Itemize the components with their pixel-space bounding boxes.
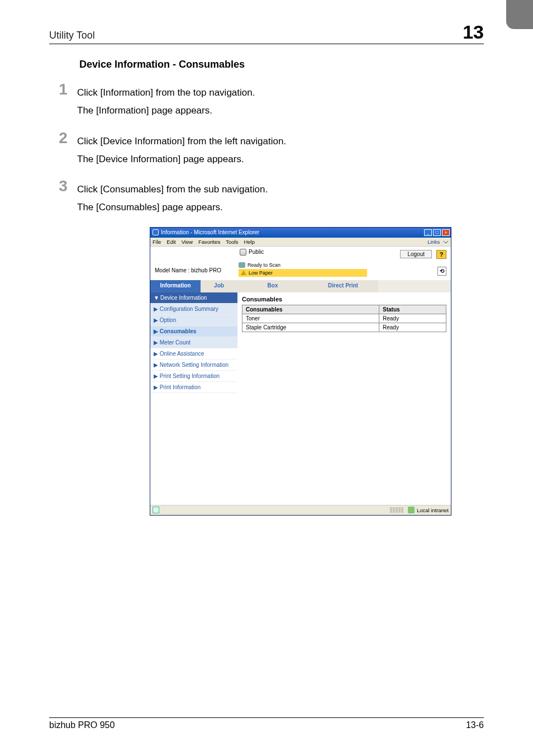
step-1: 1 Click [Information] from the top navig… [49,82,484,120]
screenshot-window: Information - Microsoft Internet Explore… [150,227,451,516]
col-consumables: Consumables [242,305,379,314]
menubar: File Edit View Favorites Tools Help Link… [150,238,451,247]
progress-segments [390,507,403,513]
status-ready: Ready to Scan [239,261,367,269]
status-area: Model Name : bizhub PRO Ready to Scan Lo… [150,261,451,280]
footer-left: bizhub PRO 950 [49,720,115,730]
window-maximize-button[interactable]: □ [433,229,441,236]
main-row: ▼Device Information ▶ Configuration Summ… [150,292,451,505]
tab-information[interactable]: Information [150,280,201,292]
content-pane: Consumables Consumables Status Toner Rea… [237,292,451,505]
page-corner-tab [506,0,533,29]
done-icon [153,507,159,513]
tab-box[interactable]: Box [237,280,308,292]
cell-status: Ready [379,323,446,332]
nav-consumables[interactable]: ▶ Consumables [150,326,237,337]
cell-name: Staple Cartridge [242,323,379,332]
window-close-button[interactable]: × [442,229,450,236]
chapter-number: 13 [463,22,484,41]
nav-print-information[interactable]: ▶ Print Information [150,382,237,393]
links-chevron-icon [443,239,449,245]
tab-bar: Information Job Box Direct Print [150,280,451,292]
user-icon [240,249,246,256]
tab-direct-print[interactable]: Direct Print [308,280,378,292]
table-row: Toner Ready [242,314,446,323]
step-line: The [Consumables] page appears. [77,199,268,216]
links-label[interactable]: Links [427,239,449,245]
nav-device-information[interactable]: ▼Device Information [150,292,237,304]
left-nav: ▼Device Information ▶ Configuration Summ… [150,292,237,505]
refresh-button[interactable]: ⟲ [437,267,446,276]
menu-view[interactable]: View [182,239,193,245]
nav-configuration-summary[interactable]: ▶ Configuration Summary [150,304,237,315]
window-titlebar: Information - Microsoft Internet Explore… [150,228,451,238]
table-row: Staple Cartridge Ready [242,323,446,332]
col-status: Status [379,305,446,314]
step-line: Click [Consumables] from the sub navigat… [77,181,268,199]
menu-tools[interactable]: Tools [226,239,238,245]
zone-icon [408,507,415,513]
window-minimize-button[interactable]: _ [424,229,432,236]
nav-print-setting[interactable]: ▶ Print Setting Information [150,371,237,382]
menu-favorites[interactable]: Favorites [198,239,220,245]
nav-option[interactable]: ▶ Option [150,315,237,326]
status-bar: Local intranet [150,505,451,515]
model-name: Model Name : bizhub PRO [155,267,239,277]
step-line: The [Device Information] page appears. [77,150,286,168]
footer-right: 13-6 [466,720,484,730]
menu-file[interactable]: File [153,239,161,245]
logout-button[interactable]: Logout [400,250,432,258]
content-heading: Consumables [242,296,446,303]
page-footer: bizhub PRO 950 13-6 [49,717,484,730]
zone-label: Local intranet [417,507,449,513]
nav-network-setting[interactable]: ▶ Network Setting Information [150,360,237,371]
step-number: 3 [49,178,77,194]
help-button[interactable]: ? [436,250,446,259]
cell-status: Ready [379,314,446,323]
step-line: Click [Information] from the top navigat… [77,84,255,102]
step-line: Click [Device Information] from the left… [77,133,286,150]
public-label: Public [240,249,264,256]
printer-icon [239,262,245,268]
status-low-paper: Low Paper [239,269,367,277]
ie-icon [153,229,159,235]
header-title: Utility Tool [49,30,95,41]
tab-job[interactable]: Job [201,280,237,292]
menu-help[interactable]: Help [244,239,255,245]
step-line: The [Information] page appears. [77,102,255,120]
step-number: 1 [49,82,77,97]
top-row: Public Logout ? [150,247,451,261]
nav-meter-count[interactable]: ▶ Meter Count [150,337,237,348]
cell-name: Toner [242,314,379,323]
window-title: Information - Microsoft Internet Explore… [161,229,259,235]
page-header: Utility Tool 13 [49,22,484,44]
nav-online-assistance[interactable]: ▶ Online Assistance [150,348,237,360]
consumables-table: Consumables Status Toner Ready Staple Ca… [242,305,446,332]
step-2: 2 Click [Device Information] from the le… [49,130,484,169]
menu-edit[interactable]: Edit [166,239,175,245]
step-3: 3 Click [Consumables] from the sub navig… [49,178,484,217]
section-heading: Device Information - Consumables [79,59,484,70]
step-number: 2 [49,130,77,146]
warning-icon [241,270,246,275]
